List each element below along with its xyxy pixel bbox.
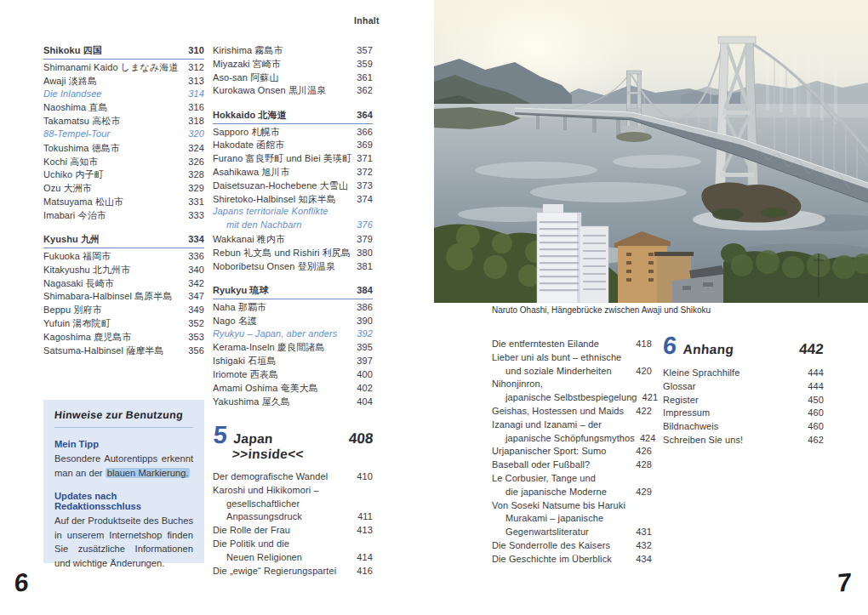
toc-entry-label: Aso-san 阿蘇山	[213, 71, 279, 84]
toc-row: gesellschaftlicher	[213, 498, 373, 512]
toc-entry-page: 421	[637, 392, 659, 402]
tip-highlight: blauen Markierung.	[106, 468, 191, 478]
toc-row: Nihonjinron,	[492, 379, 652, 392]
toc-entry-page: 460	[802, 407, 824, 418]
toc-row: Ozu 大洲市 329	[43, 182, 204, 196]
toc-column-1: Shikoku 四国 310 Shimanami Kaido しまなみ海道 31…	[43, 44, 204, 357]
tip-text: Besondere Autorentipps erkennt man an de…	[54, 452, 193, 480]
toc-row: mit den Nachbarn 376	[213, 219, 373, 233]
toc-entry-page: 318	[183, 116, 204, 126]
notes-box: Hinweise zur Benutzung Mein Tipp Besonde…	[43, 400, 204, 563]
chapter-6-entries: Kleine Sprachhilfe 444 Glossar 444 Regis…	[663, 367, 824, 448]
toc-entry-label: Kyushu 九州	[43, 233, 100, 246]
toc-row: Urjapanischer Sport: Sumo 426	[492, 446, 652, 459]
toc-row: Daisetsuzan-Hochebene 大雪山 373	[213, 179, 373, 193]
toc-row: Kitakyushu 北九州市 340	[43, 264, 204, 277]
toc-entry-page: 371	[351, 153, 373, 163]
toc-entry-label: Von Soseki Natsume bis Haruki	[492, 500, 625, 510]
toc-entry-label: Awaji 淡路島	[43, 75, 97, 88]
toc-row: Iriomote 西表島 400	[213, 368, 373, 382]
toc-entry-page: 404	[351, 396, 373, 407]
toc-entry-page: 359	[351, 59, 373, 69]
toc-row: Kleine Sprachhilfe 444	[663, 367, 824, 381]
toc-entry-label: Glossar	[663, 381, 696, 391]
toc-entry-page: 379	[351, 234, 373, 244]
toc-entry-page: 392	[351, 328, 373, 339]
toc-column-2: Kirishima 霧島市 357 Miyazaki 宮崎市 359 Aso-s…	[213, 44, 373, 408]
toc-entry-label: Kurokawa Onsen 黒川温泉	[213, 84, 326, 97]
toc-entry-page: 390	[351, 316, 373, 326]
toc-row: Die Geschichte im Überblick 434	[492, 554, 652, 567]
toc-row: Yufuin 湯布院町 352	[43, 317, 204, 331]
toc-entry-label: Naha 那覇市	[213, 301, 266, 314]
toc-row: Tokushima 徳島市 324	[43, 142, 204, 156]
toc-entry-label: Asahikawa 旭川市	[213, 166, 290, 179]
toc-row: Baseball oder Fußball? 428	[492, 459, 652, 473]
toc-entry-page: 336	[183, 251, 204, 261]
toc-row: Shimabara-Halbinsel 島原半島 347	[43, 290, 204, 304]
toc-entry-label: Bildnachweis	[663, 421, 718, 431]
toc-row: Shimanami Kaido しまなみ海道 312	[43, 61, 204, 75]
toc-entry-page: 422	[631, 406, 652, 416]
toc-row: japanische Selbstbespiegelung 421	[492, 392, 652, 406]
toc-entry-label: Amami Oshima 奄美大島	[213, 382, 318, 395]
toc-entry-label: Die „ewige“ Regierungspartei	[213, 566, 336, 576]
toc-entry-page: 428	[631, 459, 652, 470]
toc-row: 88-Tempel-Tour 320	[43, 128, 204, 142]
toc-row: Impressum 460	[663, 407, 824, 421]
toc-row: Aso-san 阿蘇山 361	[213, 71, 373, 85]
toc-entry-page: 420	[631, 366, 652, 376]
toc-entry-label: Karoshi und Hikikomori –	[213, 485, 319, 495]
toc-row: Kirishima 霧島市 357	[213, 44, 373, 58]
toc-entry-label: Die entferntesten Eilande	[492, 339, 599, 349]
toc-entry-label: Miyazaki 宮崎市	[213, 58, 281, 71]
toc-entry-label: Anpassungsdruck	[226, 511, 302, 521]
toc-row: Nagasaki 長崎市 342	[43, 277, 204, 291]
toc-entry-page: 410	[351, 471, 373, 481]
toc-row: Naoshima 直島 316	[43, 101, 204, 115]
toc-row: Sapporo 札幌市 366	[213, 126, 373, 140]
toc-row: Miyazaki 宮崎市 359	[213, 58, 373, 71]
toc-row: Kagoshima 鹿児島市 353	[43, 331, 204, 345]
toc-entry-label: Nagasaki 長崎市	[43, 277, 114, 290]
toc-entry-label: mit den Nachbarn	[226, 219, 301, 230]
toc-entry-page: 316	[183, 102, 204, 112]
toc-entry-label: Die Politik und die	[213, 538, 289, 549]
toc-entry-page: 329	[183, 183, 204, 193]
toc-row: Hokkaido 北海道 364	[213, 109, 373, 124]
toc-row: Die Rolle der Frau 413	[213, 525, 373, 538]
toc-entry-label: 88-Tempel-Tour	[43, 128, 110, 139]
toc-entry-page: 340	[183, 265, 204, 275]
toc-entry-label: Izanagi und Izanami – der	[492, 419, 602, 430]
toc-entry-page: 353	[183, 332, 204, 342]
toc-entry-label: Imabari 今治市	[43, 209, 106, 222]
toc-entry-label: Kagoshima 鹿児島市	[43, 331, 132, 344]
toc-row: Murakami – japanische	[492, 513, 652, 527]
updates-text: Auf der Produktseite des Buches in unser…	[54, 514, 193, 570]
toc-row: Der demografische Wandel 410	[213, 471, 373, 485]
tip-title: Mein Tipp	[54, 439, 193, 449]
chapter-6-block: 6 Anhang 442 Kleine Sprachhilfe 444 Glos…	[663, 333, 824, 448]
toc-entry-label: Lieber uni als bunt – ethnische	[492, 352, 621, 362]
toc-entry-label: Hokkaido 北海道	[213, 109, 287, 122]
toc-row: Die „ewige“ Regierungspartei 416	[213, 566, 373, 579]
toc-entry-label: Ishigaki 石垣島	[213, 355, 277, 367]
toc-entry-page: 356	[183, 345, 204, 356]
toc-entry-page: 357	[351, 45, 373, 55]
toc-entry-page: 402	[351, 383, 373, 393]
toc-row: Japans territoriale Konflikte	[213, 206, 373, 219]
toc-entry-label: Schreiben Sie uns!	[663, 435, 743, 445]
toc-entry-label: Tokushima 徳島市	[43, 142, 120, 155]
toc-entry-label: Wakkanai 稚内市	[213, 233, 285, 246]
toc-row: japanische Schöpfungsmythos 424	[492, 433, 652, 447]
toc-entry-label: Beppu 別府市	[43, 304, 102, 316]
toc-row: Ryukyu – Japan, aber anders 392	[213, 328, 373, 342]
toc-entry-page: 373	[351, 180, 373, 191]
toc-entry-page: 460	[802, 421, 824, 431]
toc-entry-label: Urjapanischer Sport: Sumo	[492, 446, 607, 456]
toc-entry-page: 380	[351, 248, 373, 258]
toc-entry-page: 411	[352, 511, 373, 521]
toc-row: Beppu 別府市 349	[43, 304, 204, 317]
toc-entry-page: 352	[183, 318, 204, 328]
toc-row: Bildnachweis 460	[663, 421, 824, 435]
